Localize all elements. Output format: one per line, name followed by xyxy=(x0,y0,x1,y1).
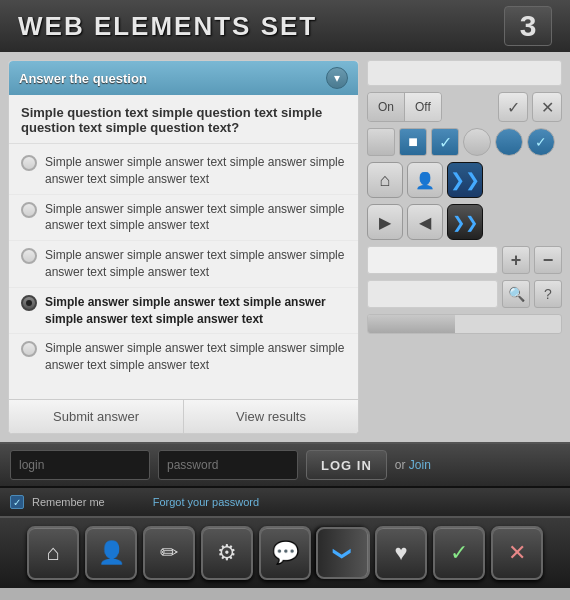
remember-label: Remember me xyxy=(32,496,105,508)
answer-text: Simple answer simple answer text simple … xyxy=(45,340,346,374)
progress-fill xyxy=(368,315,455,333)
chevron-down-dark-button[interactable]: ❯❯ xyxy=(447,204,483,240)
check-button[interactable]: ✓ xyxy=(498,92,528,122)
quiz-header: Answer the question ▾ xyxy=(9,61,358,95)
edit-icon-button[interactable]: ✏ xyxy=(143,526,195,580)
user-nav-button[interactable]: 👤 xyxy=(407,162,443,198)
login-button[interactable]: LOG IN xyxy=(306,450,387,480)
stepper-input-field[interactable] xyxy=(367,246,498,274)
ui-input-field[interactable] xyxy=(367,60,562,86)
login-input[interactable] xyxy=(10,450,150,480)
settings-icon-button[interactable]: ⚙ xyxy=(201,526,253,580)
quiz-panel: Answer the question ▾ Simple question te… xyxy=(8,60,359,434)
checkbox-checked[interactable]: ■ xyxy=(399,128,427,156)
answer-text: Simple answer simple answer text simple … xyxy=(45,247,346,281)
stepper-plus-button[interactable]: + xyxy=(502,246,530,274)
radio-empty[interactable] xyxy=(463,128,491,156)
radio-button[interactable] xyxy=(21,248,37,264)
chevron-down-nav-button[interactable]: ❯❯ xyxy=(447,162,483,198)
header-number: 3 xyxy=(504,6,552,46)
quiz-footer: Submit answer View results xyxy=(9,399,358,433)
submit-answer-button[interactable]: Submit answer xyxy=(9,400,184,433)
remember-checkbox[interactable]: ✓ xyxy=(10,495,24,509)
answer-item[interactable]: Simple answer simple answer text simple … xyxy=(9,288,358,335)
help-button[interactable]: ? xyxy=(534,280,562,308)
quiz-question: Simple question text simple question tex… xyxy=(9,95,358,144)
radio-button[interactable] xyxy=(21,155,37,171)
close-icon-button[interactable]: ✕ xyxy=(491,526,543,580)
quiz-header-label: Answer the question xyxy=(19,71,147,86)
header: WEB ELEMENTS SET 3 xyxy=(0,0,570,52)
toggle-on[interactable]: On xyxy=(368,93,405,121)
forgot-password-link[interactable]: Forgot your password xyxy=(153,496,259,508)
search-input-field[interactable] xyxy=(367,280,498,308)
checkbox-empty[interactable] xyxy=(367,128,395,156)
chevron-icon-button[interactable]: ❯ xyxy=(316,527,370,579)
answer-item[interactable]: Simple answer simple answer text simple … xyxy=(9,148,358,195)
radio-filled[interactable] xyxy=(495,128,523,156)
login-sub-bar: ✓ Remember me Forgot your password xyxy=(0,488,570,516)
login-bar: LOG IN or Join xyxy=(0,442,570,488)
home-nav-button[interactable]: ⌂ xyxy=(367,162,403,198)
answer-item[interactable]: Simple answer simple answer text simple … xyxy=(9,241,358,288)
user-icon-button[interactable]: 👤 xyxy=(85,526,137,580)
dropdown-icon[interactable]: ▾ xyxy=(326,67,348,89)
search-button[interactable]: 🔍 xyxy=(502,280,530,308)
radio-button[interactable] xyxy=(21,341,37,357)
ui-nav-row-1: ⌂ 👤 ❯❯ xyxy=(367,162,562,198)
ui-nav-row-2: ▶ ◀ ❯❯ xyxy=(367,204,562,240)
quiz-answers: Simple answer simple answer text simple … xyxy=(9,144,358,399)
main-content: Answer the question ▾ Simple question te… xyxy=(0,52,570,442)
ui-search-row: 🔍 ? xyxy=(367,280,562,308)
cross-button[interactable]: ✕ xyxy=(532,92,562,122)
or-join-text: or Join xyxy=(395,458,431,472)
arrow-left-button[interactable]: ◀ xyxy=(407,204,443,240)
stepper-minus-button[interactable]: − xyxy=(534,246,562,274)
chat-icon-button[interactable]: 💬 xyxy=(259,526,311,580)
answer-item[interactable]: Simple answer simple answer text simple … xyxy=(9,334,358,380)
ui-checkbox-row: ■ ✓ ✓ xyxy=(367,128,562,156)
ui-toggle-row: On Off ✓ ✕ xyxy=(367,92,562,122)
header-title: WEB ELEMENTS SET xyxy=(18,11,317,42)
checkbox-checked-2[interactable]: ✓ xyxy=(431,128,459,156)
join-link[interactable]: Join xyxy=(409,458,431,472)
on-off-toggle[interactable]: On Off xyxy=(367,92,442,122)
radio-checked[interactable]: ✓ xyxy=(527,128,555,156)
arrow-right-button[interactable]: ▶ xyxy=(367,204,403,240)
progress-bar xyxy=(367,314,562,334)
answer-item[interactable]: Simple answer simple answer text simple … xyxy=(9,195,358,242)
toggle-off[interactable]: Off xyxy=(405,93,441,121)
password-input[interactable] xyxy=(158,450,298,480)
radio-button[interactable] xyxy=(21,202,37,218)
ui-stepper-row: + − xyxy=(367,246,562,274)
check-icon-button[interactable]: ✓ xyxy=(433,526,485,580)
ui-panel: On Off ✓ ✕ ■ ✓ ✓ ⌂ 👤 ❯❯ ▶ ◀ ❯❯ xyxy=(367,60,562,434)
answer-text: Simple answer simple answer text simple … xyxy=(45,154,346,188)
view-results-button[interactable]: View results xyxy=(184,400,358,433)
answer-text: Simple answer simple answer text simple … xyxy=(45,201,346,235)
icon-bar: ⌂👤✏⚙💬❯♥✓✕ xyxy=(0,516,570,588)
radio-button[interactable] xyxy=(21,295,37,311)
home-icon-button[interactable]: ⌂ xyxy=(27,526,79,580)
answer-text: Simple answer simple answer text simple … xyxy=(45,294,346,328)
heart-icon-button[interactable]: ♥ xyxy=(375,526,427,580)
